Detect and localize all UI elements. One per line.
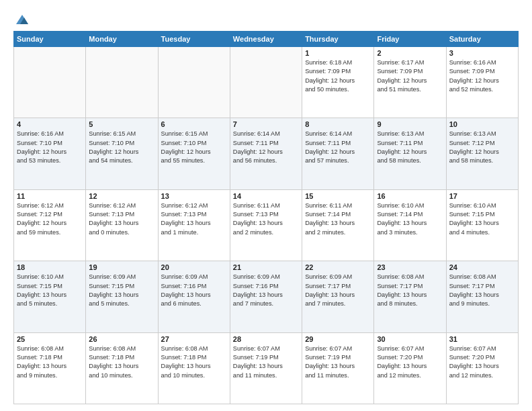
- day-number: 22: [305, 263, 371, 271]
- calendar-cell: [86, 47, 158, 118]
- day-number: 17: [449, 192, 515, 200]
- day-info: Sunrise: 6:13 AMSunset: 7:12 PMDaylight:…: [449, 130, 515, 165]
- calendar-cell: 10Sunrise: 6:13 AMSunset: 7:12 PMDayligh…: [446, 118, 518, 189]
- calendar-cell: 23Sunrise: 6:08 AMSunset: 7:17 PMDayligh…: [374, 261, 446, 332]
- day-info: Sunrise: 6:09 AMSunset: 7:16 PMDaylight:…: [161, 273, 227, 308]
- week-row-3: 11Sunrise: 6:12 AMSunset: 7:12 PMDayligh…: [14, 189, 519, 261]
- calendar-cell: 21Sunrise: 6:09 AMSunset: 7:16 PMDayligh…: [230, 261, 302, 332]
- calendar-cell: 9Sunrise: 6:13 AMSunset: 7:11 PMDaylight…: [374, 118, 446, 189]
- calendar-cell: [230, 47, 302, 118]
- day-number: 3: [449, 49, 515, 57]
- calendar-cell: 25Sunrise: 6:08 AMSunset: 7:18 PMDayligh…: [14, 332, 86, 404]
- calendar-cell: 15Sunrise: 6:11 AMSunset: 7:14 PMDayligh…: [302, 189, 374, 261]
- day-info: Sunrise: 6:14 AMSunset: 7:11 PMDaylight:…: [305, 130, 371, 165]
- day-info: Sunrise: 6:10 AMSunset: 7:15 PMDaylight:…: [449, 201, 515, 237]
- day-info: Sunrise: 6:07 AMSunset: 7:20 PMDaylight:…: [377, 345, 443, 380]
- calendar-cell: 13Sunrise: 6:12 AMSunset: 7:13 PMDayligh…: [158, 189, 230, 261]
- calendar-cell: 18Sunrise: 6:10 AMSunset: 7:15 PMDayligh…: [14, 261, 86, 332]
- day-info: Sunrise: 6:18 AMSunset: 7:09 PMDaylight:…: [305, 58, 371, 94]
- weekday-header-friday: Friday: [374, 32, 446, 47]
- day-number: 29: [305, 335, 371, 343]
- day-number: 12: [89, 192, 154, 200]
- weekday-header-row: SundayMondayTuesdayWednesdayThursdayFrid…: [14, 32, 519, 47]
- calendar-cell: 30Sunrise: 6:07 AMSunset: 7:20 PMDayligh…: [374, 332, 446, 404]
- calendar-cell: 28Sunrise: 6:07 AMSunset: 7:19 PMDayligh…: [230, 332, 302, 404]
- calendar-cell: 20Sunrise: 6:09 AMSunset: 7:16 PMDayligh…: [158, 261, 230, 332]
- calendar-table: SundayMondayTuesdayWednesdayThursdayFrid…: [13, 31, 519, 404]
- calendar-cell: 11Sunrise: 6:12 AMSunset: 7:12 PMDayligh…: [14, 189, 86, 261]
- calendar-cell: 6Sunrise: 6:15 AMSunset: 7:10 PMDaylight…: [158, 118, 230, 189]
- day-info: Sunrise: 6:12 AMSunset: 7:12 PMDaylight:…: [17, 201, 83, 237]
- day-number: 2: [377, 49, 443, 57]
- weekday-header-sunday: Sunday: [14, 32, 86, 47]
- day-info: Sunrise: 6:07 AMSunset: 7:20 PMDaylight:…: [449, 345, 515, 380]
- day-number: 7: [233, 120, 299, 128]
- day-number: 28: [233, 335, 299, 343]
- day-info: Sunrise: 6:07 AMSunset: 7:19 PMDaylight:…: [233, 345, 299, 380]
- calendar-cell: 27Sunrise: 6:08 AMSunset: 7:18 PMDayligh…: [158, 332, 230, 404]
- day-info: Sunrise: 6:10 AMSunset: 7:14 PMDaylight:…: [377, 201, 443, 237]
- weekday-header-saturday: Saturday: [446, 32, 518, 47]
- day-info: Sunrise: 6:12 AMSunset: 7:13 PMDaylight:…: [161, 201, 227, 237]
- day-info: Sunrise: 6:09 AMSunset: 7:16 PMDaylight:…: [233, 273, 299, 308]
- day-number: 8: [305, 120, 371, 128]
- day-info: Sunrise: 6:07 AMSunset: 7:19 PMDaylight:…: [305, 345, 371, 380]
- day-number: 4: [17, 120, 83, 128]
- day-info: Sunrise: 6:08 AMSunset: 7:17 PMDaylight:…: [377, 273, 443, 308]
- day-number: 5: [89, 120, 154, 128]
- day-number: 14: [233, 192, 299, 200]
- calendar-cell: 3Sunrise: 6:16 AMSunset: 7:09 PMDaylight…: [446, 47, 518, 118]
- week-row-4: 18Sunrise: 6:10 AMSunset: 7:15 PMDayligh…: [14, 261, 519, 332]
- day-number: 31: [449, 335, 515, 343]
- weekday-header-tuesday: Tuesday: [158, 32, 230, 47]
- day-info: Sunrise: 6:09 AMSunset: 7:17 PMDaylight:…: [305, 273, 371, 308]
- calendar-cell: 2Sunrise: 6:17 AMSunset: 7:09 PMDaylight…: [374, 47, 446, 118]
- day-number: 23: [377, 263, 443, 271]
- calendar-cell: 22Sunrise: 6:09 AMSunset: 7:17 PMDayligh…: [302, 261, 374, 332]
- day-number: 10: [449, 120, 515, 128]
- calendar-cell: 19Sunrise: 6:09 AMSunset: 7:15 PMDayligh…: [86, 261, 158, 332]
- calendar-cell: 14Sunrise: 6:11 AMSunset: 7:13 PMDayligh…: [230, 189, 302, 261]
- day-info: Sunrise: 6:09 AMSunset: 7:15 PMDaylight:…: [89, 273, 154, 308]
- day-info: Sunrise: 6:08 AMSunset: 7:18 PMDaylight:…: [17, 345, 83, 380]
- day-number: 13: [161, 192, 227, 200]
- day-number: 19: [89, 263, 154, 271]
- day-number: 6: [161, 120, 227, 128]
- day-number: 25: [17, 335, 83, 343]
- day-info: Sunrise: 6:10 AMSunset: 7:15 PMDaylight:…: [17, 273, 83, 308]
- calendar-cell: 16Sunrise: 6:10 AMSunset: 7:14 PMDayligh…: [374, 189, 446, 261]
- weekday-header-thursday: Thursday: [302, 32, 374, 47]
- day-number: 26: [89, 335, 154, 343]
- day-info: Sunrise: 6:08 AMSunset: 7:18 PMDaylight:…: [89, 345, 154, 380]
- day-info: Sunrise: 6:08 AMSunset: 7:17 PMDaylight:…: [449, 273, 515, 308]
- day-info: Sunrise: 6:16 AMSunset: 7:10 PMDaylight:…: [17, 130, 83, 165]
- week-row-2: 4Sunrise: 6:16 AMSunset: 7:10 PMDaylight…: [14, 118, 519, 189]
- day-number: 18: [17, 263, 83, 271]
- calendar-cell: [158, 47, 230, 118]
- day-info: Sunrise: 6:08 AMSunset: 7:18 PMDaylight:…: [161, 345, 227, 380]
- day-info: Sunrise: 6:11 AMSunset: 7:14 PMDaylight:…: [305, 201, 371, 237]
- day-number: 16: [377, 192, 443, 200]
- day-number: 11: [17, 192, 83, 200]
- page: SundayMondayTuesdayWednesdayThursdayFrid…: [0, 0, 532, 411]
- day-info: Sunrise: 6:15 AMSunset: 7:10 PMDaylight:…: [161, 130, 227, 165]
- calendar-cell: 8Sunrise: 6:14 AMSunset: 7:11 PMDaylight…: [302, 118, 374, 189]
- day-number: 15: [305, 192, 371, 200]
- day-info: Sunrise: 6:11 AMSunset: 7:13 PMDaylight:…: [233, 201, 299, 237]
- calendar-cell: 1Sunrise: 6:18 AMSunset: 7:09 PMDaylight…: [302, 47, 374, 118]
- day-number: 24: [449, 263, 515, 271]
- calendar-cell: 24Sunrise: 6:08 AMSunset: 7:17 PMDayligh…: [446, 261, 518, 332]
- day-info: Sunrise: 6:13 AMSunset: 7:11 PMDaylight:…: [377, 130, 443, 165]
- day-info: Sunrise: 6:12 AMSunset: 7:13 PMDaylight:…: [89, 201, 154, 237]
- day-info: Sunrise: 6:15 AMSunset: 7:10 PMDaylight:…: [89, 130, 154, 165]
- day-info: Sunrise: 6:14 AMSunset: 7:11 PMDaylight:…: [233, 130, 299, 165]
- logo: [13, 12, 30, 24]
- week-row-5: 25Sunrise: 6:08 AMSunset: 7:18 PMDayligh…: [14, 332, 519, 404]
- calendar-cell: 29Sunrise: 6:07 AMSunset: 7:19 PMDayligh…: [302, 332, 374, 404]
- header: [13, 12, 519, 24]
- day-number: 30: [377, 335, 443, 343]
- weekday-header-monday: Monday: [86, 32, 158, 47]
- calendar-cell: 31Sunrise: 6:07 AMSunset: 7:20 PMDayligh…: [446, 332, 518, 404]
- day-info: Sunrise: 6:17 AMSunset: 7:09 PMDaylight:…: [377, 58, 443, 94]
- calendar-cell: 26Sunrise: 6:08 AMSunset: 7:18 PMDayligh…: [86, 332, 158, 404]
